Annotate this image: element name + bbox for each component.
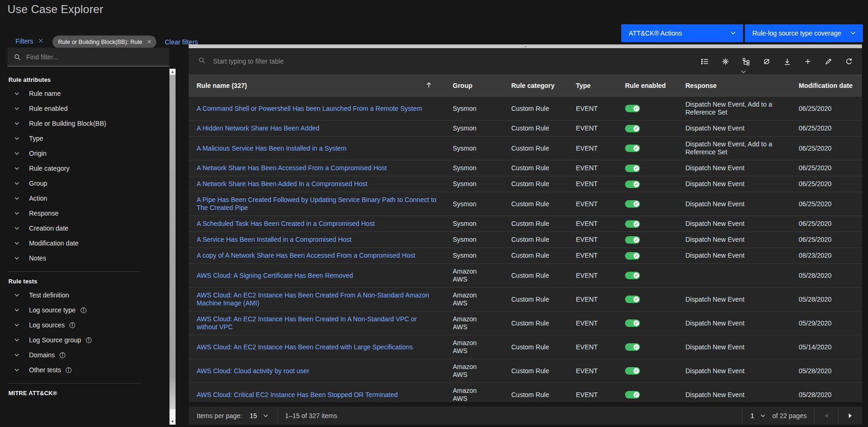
close-icon[interactable] [38,37,44,45]
rule-name-link[interactable]: A Network Share Has Been Added In a Comp… [197,180,368,188]
rule-name-link[interactable]: A Command Shell or Powershell Has been L… [197,105,422,112]
rule-enabled-toggle[interactable]: ✓ [625,220,640,228]
column-header-group[interactable]: Group [445,74,503,97]
rule-enabled-toggle[interactable]: ✓ [625,391,640,398]
rule-enabled-toggle[interactable]: ✓ [625,272,640,279]
rule-name-link[interactable]: A Scheduled Task Has Been Created in a C… [197,220,375,227]
rule-name-link[interactable]: AWS Cloud: An EC2 Instance Has Been Crea… [197,343,413,351]
rule-enabled-toggle[interactable]: ✓ [625,165,640,172]
sidebar-item-rule-name[interactable]: Rule name [0,86,167,101]
toolbar-download-button[interactable] [777,51,797,72]
items-per-page-value[interactable]: 15 [250,412,257,420]
sidebar-item-label: Rule name [29,90,61,97]
sidebar-item-modification-date[interactable]: Modification date [0,236,167,251]
sidebar-item-label: Log source type [29,306,76,314]
toolbar-add-button[interactable] [797,51,818,72]
sidebar-item-rule-enabled[interactable]: Rule enabled [0,101,167,116]
previous-page-button[interactable] [815,406,838,425]
tag-close-icon[interactable] [147,39,152,45]
toolbar-reset-button[interactable] [839,51,859,72]
sidebar-item-log-sources[interactable]: Log sources [0,318,167,333]
find-filter-input[interactable] [26,48,165,66]
filters-toggle[interactable]: Filters [15,37,44,45]
sidebar-scrollbar[interactable]: ▲ ▼ [169,69,176,425]
info-icon[interactable] [65,367,72,374]
rule-name-link[interactable]: AWS Cloud: Cloud activity by root user [197,367,309,375]
rule-enabled-toggle[interactable]: ✓ [625,200,640,208]
rule-name-link[interactable]: A copy of A Network Share Has Been Acces… [197,252,415,259]
sidebar-item-test-definition[interactable]: Test definition [0,288,167,303]
rule-category-value: Custom Rule [503,192,568,216]
current-page-value[interactable]: 1 [743,412,754,420]
info-icon[interactable] [80,307,87,314]
column-header-response[interactable]: Response [677,74,791,97]
column-header-type[interactable]: Type [568,74,617,97]
toolbar-settings-button[interactable] [715,51,736,72]
sidebar-item-other-tests[interactable]: Other tests [0,362,167,377]
scroll-down-arrow-icon[interactable]: ▼ [169,419,176,425]
rule-name-link[interactable]: AWS Cloud: An EC2 Instance Has Been Crea… [197,315,417,331]
table-filter-input[interactable] [213,58,475,65]
column-header-rule-enabled[interactable]: Rule enabled [617,74,677,97]
chevron-down-icon [13,336,21,344]
rule-name-link[interactable]: A Hidden Network Share Has Been Added [197,124,319,132]
chevron-down-icon[interactable] [740,69,747,77]
checkmark-icon: ✓ [633,297,639,302]
sidebar-item-rule-category[interactable]: Rule category [0,161,167,176]
next-page-button[interactable] [839,406,862,425]
attack-actions-button[interactable]: ATT&CK® Actions [621,24,743,42]
checkmark-icon: ✓ [633,106,639,111]
info-icon[interactable] [59,352,66,359]
column-header-rule-category[interactable]: Rule category [503,74,568,97]
info-icon[interactable] [85,337,92,344]
sidebar-item-type[interactable]: Type [0,131,167,146]
horizontal-scrollbar[interactable]: ⌄ [189,44,862,48]
rule-name-link[interactable]: A Network Share Has Been Accessed From a… [197,164,387,172]
sort-ascending-icon[interactable] [425,81,433,91]
sidebar-item-creation-date[interactable]: Creation date [0,221,167,236]
sidebar-item-log-source-type[interactable]: Log source type [0,303,167,318]
rule-name-link[interactable]: A Pipe Has Been Created Followed by Upda… [197,196,436,211]
sidebar-item-notes[interactable]: Notes [0,251,167,266]
sidebar-item-response[interactable]: Response [0,206,167,221]
modification-date-value: 08/23/2020 [791,248,862,264]
rule-enabled-toggle[interactable]: ✓ [625,319,640,327]
rule-enabled-toggle[interactable]: ✓ [625,367,640,375]
rule-enabled-toggle[interactable]: ✓ [625,125,640,132]
rule-name-link[interactable]: AWS Cloud: Critical EC2 Instance Has Bee… [197,391,398,398]
scroll-up-arrow-icon[interactable]: ▲ [169,69,176,75]
rule-enabled-toggle[interactable]: ✓ [625,181,640,188]
rule-enabled-toggle[interactable]: ✓ [625,145,640,152]
toolbar-hide-button[interactable] [756,51,777,72]
table-row: A Scheduled Task Has Been Created in a C… [189,216,862,232]
chevron-down-icon[interactable] [760,413,766,419]
info-icon[interactable] [69,322,76,329]
type-value: EVENT [568,335,617,359]
rule-enabled-toggle[interactable]: ✓ [625,296,640,303]
rule-enabled-toggle[interactable]: ✓ [625,105,640,112]
sidebar-item-action[interactable]: Action [0,191,167,206]
items-range-text: 1–15 of 327 items [278,412,345,420]
rule-category-value: Custom Rule [503,160,568,176]
rule-name-link[interactable]: A Malicious Service Has Been Installed i… [197,145,346,152]
table-row: A Malicious Service Has Been Installed i… [189,137,862,160]
sidebar-item-domains[interactable]: Domains [0,347,167,362]
rule-log-source-coverage-button[interactable]: Rule-log source type coverage [745,24,863,42]
rule-enabled-toggle[interactable]: ✓ [625,252,640,260]
chevron-down-icon[interactable] [263,413,269,419]
toolbar-list-button[interactable] [694,51,715,72]
rule-name-link[interactable]: AWS Cloud: A Signing Certificate Has Bee… [197,272,353,279]
rule-name-link[interactable]: A Service Has Been Installed in a Compro… [197,236,352,243]
column-header-rule-name[interactable]: Rule name (327) [189,74,445,97]
rule-name-link[interactable]: AWS Cloud: An EC2 Instance Has Been Crea… [197,291,429,307]
sidebar-item-rule-or-building-block-bb-[interactable]: Rule or Building Block(BB) [0,116,167,131]
checkmark-icon: ✓ [633,201,639,207]
toolbar-edit-button[interactable] [818,51,839,72]
sidebar-item-group[interactable]: Group [0,176,167,191]
sidebar-item-log-source-group[interactable]: Log Source group [0,333,167,347]
column-header-modification-date[interactable]: Modification date [791,74,862,97]
scrollbar-thumb[interactable] [169,75,176,409]
sidebar-item-origin[interactable]: Origin [0,146,167,161]
rule-enabled-toggle[interactable]: ✓ [625,236,640,244]
rule-enabled-toggle[interactable]: ✓ [625,343,640,351]
